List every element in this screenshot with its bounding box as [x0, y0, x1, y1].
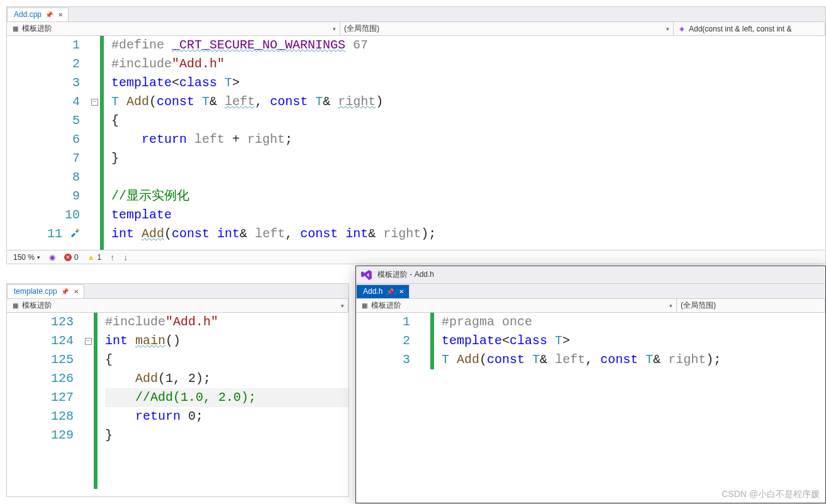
project-icon: ▦: [11, 301, 20, 310]
code-lines[interactable]: #include"Add.h"int main(){ Add(1, 2); //…: [98, 313, 349, 489]
navigation-bar: ▦ 模板进阶 ▾ (全局范围): [356, 299, 825, 313]
chevron-down-icon: ▾: [37, 254, 40, 260]
code-area[interactable]: 1234567891011 − #define _CRT_SECURE_NO_W…: [7, 36, 825, 250]
warning-icon: ▲: [87, 253, 95, 262]
editor-panel-add-cpp: Add.cpp 📌 ✕ ▦ 模板进阶 ▾ (全局范围) ▾ ◈ Add(cons…: [6, 6, 826, 264]
navigation-bar: ▦ 模板进阶 ▾ (全局范围) ▾ ◈ Add(const int & left…: [7, 22, 825, 36]
fold-column: −: [82, 313, 94, 489]
method-icon: ◈: [678, 25, 686, 33]
pin-icon[interactable]: 📌: [386, 288, 394, 295]
close-icon[interactable]: ✕: [72, 288, 80, 295]
tab-label: Add.cpp: [14, 10, 42, 19]
fold-toggle[interactable]: −: [85, 338, 92, 345]
line-number-gutter: 123124125126127128129: [7, 313, 82, 489]
line-number-gutter: 123: [356, 313, 419, 501]
scope-dropdown-method[interactable]: ◈ Add(const int & left, const int &: [674, 22, 825, 35]
scope-dropdown-global[interactable]: (全局范围): [677, 299, 825, 312]
error-count[interactable]: ✕ 0: [64, 253, 79, 262]
tab-bar: Add.cpp 📌 ✕: [7, 7, 825, 22]
tab-label: template.cpp: [14, 287, 57, 296]
arrow-up-icon: ↑: [110, 252, 114, 262]
code-lines[interactable]: #pragma oncetemplate<class T>T Add(const…: [434, 313, 825, 501]
fold-toggle[interactable]: −: [91, 99, 98, 106]
window-title-bar[interactable]: 模板进阶 - Add.h: [356, 266, 825, 284]
chevron-down-icon: ▾: [669, 303, 673, 309]
dropdown-label: 模板进阶: [371, 300, 401, 311]
tab-add-cpp[interactable]: Add.cpp 📌 ✕: [7, 8, 69, 21]
code-lines[interactable]: #define _CRT_SECURE_NO_WARNINGS 67#inclu…: [104, 36, 825, 250]
editor-panel-template-cpp: template.cpp 📌 ✕ ▦ 模板进阶 ▾ 12312412512612…: [6, 283, 349, 497]
scope-dropdown-global[interactable]: (全局范围) ▾: [340, 22, 674, 35]
code-area[interactable]: 123 #pragma oncetemplate<class T>T Add(c…: [356, 313, 825, 501]
dropdown-label: Add(const int & left, const int &: [689, 25, 791, 33]
tab-label: Add.h: [363, 287, 382, 296]
line-number-gutter: 1234567891011: [7, 36, 89, 250]
fold-column: [419, 313, 430, 501]
project-icon: ▦: [360, 301, 369, 310]
project-icon: ▦: [11, 25, 20, 33]
zoom-selector[interactable]: 150 % ▾: [13, 253, 40, 262]
tab-bar: Add.h 📌 ✕: [356, 284, 825, 299]
window-title: 模板进阶 - Add.h: [377, 269, 434, 280]
nav-down[interactable]: ↓: [123, 252, 128, 262]
floating-editor-window[interactable]: 模板进阶 - Add.h Add.h 📌 ✕ ▦ 模板进阶 ▾ (全局范围) 1…: [355, 266, 826, 503]
status-bar: 150 % ▾ ◉ ✕ 0 ▲ 1 ↑ ↓: [7, 250, 825, 264]
fold-column: −: [89, 36, 100, 250]
scope-dropdown-project[interactable]: ▦ 模板进阶 ▾: [7, 22, 340, 35]
arrow-down-icon: ↓: [123, 252, 128, 262]
svg-point-0: [76, 228, 79, 231]
chevron-down-icon: ▾: [333, 26, 336, 32]
dropdown-label: (全局范围): [344, 23, 379, 34]
warning-count[interactable]: ▲ 1: [87, 253, 102, 262]
close-icon[interactable]: ✕: [398, 288, 405, 295]
dropdown-label: (全局范围): [681, 300, 716, 311]
tab-add-h[interactable]: Add.h 📌 ✕: [356, 284, 410, 298]
zoom-level: 150 %: [13, 253, 35, 262]
pin-icon[interactable]: 📌: [45, 11, 53, 18]
scope-dropdown-project[interactable]: ▦ 模板进阶 ▾: [7, 299, 349, 312]
tab-bar: template.cpp 📌 ✕: [7, 284, 349, 299]
error-icon: ✕: [64, 254, 72, 261]
intellisense-icon[interactable]: ◉: [49, 253, 55, 262]
scope-dropdown-project[interactable]: ▦ 模板进阶 ▾: [356, 299, 677, 312]
chevron-down-icon: ▾: [341, 303, 344, 309]
code-area[interactable]: 123124125126127128129 − #include"Add.h"i…: [7, 313, 349, 489]
watermark: CSDN @小白不是程序媛: [722, 489, 820, 500]
dropdown-label: 模板进阶: [22, 300, 52, 311]
close-icon[interactable]: ✕: [57, 11, 64, 18]
pin-icon[interactable]: 📌: [61, 288, 69, 295]
nav-up[interactable]: ↑: [110, 252, 114, 262]
visual-studio-icon: [361, 269, 372, 281]
tab-template-cpp[interactable]: template.cpp 📌 ✕: [7, 284, 84, 298]
navigation-bar: ▦ 模板进阶 ▾: [7, 299, 349, 313]
dropdown-label: 模板进阶: [22, 23, 52, 34]
chevron-down-icon: ▾: [666, 26, 669, 32]
